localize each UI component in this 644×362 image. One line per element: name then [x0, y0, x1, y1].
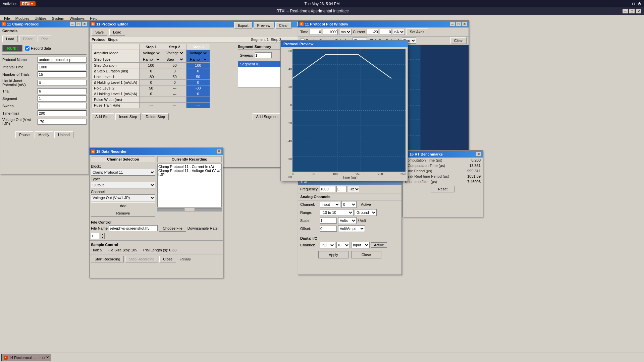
clamp-close[interactable]: ✕ — [82, 22, 87, 26]
clamp-field-input-7[interactable] — [38, 110, 87, 116]
pp-time-unit[interactable]: ms — [339, 29, 352, 35]
step-select-1-2[interactable]: Ramp — [189, 57, 208, 62]
period-input[interactable] — [336, 186, 346, 192]
run-button[interactable]: RUN!! — [2, 45, 22, 52]
rt-close[interactable]: ✕ — [476, 152, 481, 157]
rtxi-icon-top[interactable]: RTXI▼ — [20, 1, 36, 6]
export-button[interactable]: Export — [234, 22, 252, 29]
analog-active-button[interactable]: Active — [358, 202, 374, 207]
power-icon[interactable]: ⏻ — [638, 2, 641, 6]
set-axes-button[interactable]: Set Axes — [406, 28, 428, 35]
stop-recording-button[interactable]: Stop Recording — [125, 256, 158, 262]
downsample-up[interactable]: ▲ — [101, 233, 105, 236]
unload-button[interactable]: Unload — [54, 131, 73, 138]
downsample-down[interactable]: ▼ — [101, 236, 105, 239]
pp-current-to[interactable] — [380, 29, 391, 35]
choose-file-button[interactable]: Choose File — [159, 225, 186, 232]
dio-type-select[interactable]: I/O — [320, 242, 335, 248]
scale-unit-select[interactable]: Volts — [338, 217, 357, 224]
pp-current-unit[interactable]: nA — [393, 29, 405, 35]
pp-time-to[interactable] — [323, 29, 338, 35]
preview-button[interactable]: Preview — [254, 22, 274, 29]
delete-step-button[interactable]: Delete Step — [142, 113, 168, 120]
clamp-field-input-2[interactable] — [38, 71, 87, 77]
analog-channel-num-select[interactable]: 0 — [341, 201, 357, 208]
sweeps-input[interactable] — [255, 52, 272, 58]
offset-unit-select[interactable]: Volt/Amps — [338, 225, 365, 232]
record-data-checkbox[interactable] — [25, 46, 30, 51]
start-recording-button[interactable]: Start Recording — [91, 256, 124, 262]
offset-input[interactable] — [320, 226, 337, 232]
add-channel-button[interactable]: Add — [91, 202, 155, 209]
step-label-0: Amplifier Mode — [92, 50, 140, 56]
add-step-button[interactable]: Add Step — [92, 113, 114, 120]
clamp-field-input-6[interactable] — [38, 103, 87, 109]
clamp-minimize[interactable]: ─ — [70, 22, 75, 26]
pp-maximize[interactable]: □ — [456, 22, 461, 26]
taskbar-maximize-icon[interactable]: □ — [42, 356, 45, 360]
scale-label: Scale: — [300, 219, 319, 223]
taskbar-close-icon[interactable]: ✕ — [46, 355, 49, 360]
step-select-1-0[interactable]: Ramp — [142, 57, 161, 62]
clamp-protocol-titlebar: R 11 Clamp Protocol ─ □ ✕ — [0, 21, 89, 27]
clamp-field-input-3[interactable] — [38, 80, 87, 86]
pp-time-from[interactable] — [310, 29, 321, 35]
block-select[interactable]: Clamp Protocol 11 — [91, 169, 155, 176]
taskbar-rtxi-icon[interactable]: R 14 Reciprocal ... ─ □ ✕ — [1, 354, 51, 361]
taskbar-minimize-icon[interactable]: ─ — [38, 356, 41, 360]
dr-close-x[interactable]: ✕ — [216, 149, 222, 154]
editor-button[interactable]: Editor — [19, 36, 36, 42]
type-select[interactable]: Output — [91, 182, 155, 188]
dr-close-button[interactable]: Close — [159, 256, 176, 262]
remove-channel-button[interactable]: Remove — [91, 210, 155, 217]
freq-unit-select[interactable]: Hz — [348, 186, 360, 192]
pe-clear-button[interactable]: Clear — [275, 22, 291, 29]
frequency-input[interactable] — [320, 186, 335, 192]
pause-button[interactable]: Pause — [15, 131, 33, 138]
step-select-1-1[interactable]: Step — [165, 57, 184, 62]
channel-select-dr[interactable]: Voltage Out (V w/ LJP) — [91, 194, 155, 201]
pp-close[interactable]: ✕ — [462, 22, 467, 26]
pe-save-button[interactable]: Save — [92, 29, 107, 36]
clamp-field-input-5[interactable] — [38, 96, 87, 102]
clamp-field-input-8[interactable] — [38, 119, 87, 125]
app-close[interactable]: ✕ — [636, 9, 641, 13]
add-segment-button[interactable]: Add Segment — [253, 113, 282, 120]
clamp-field-input-0[interactable] — [38, 57, 87, 63]
app-minimize[interactable]: ─ — [623, 9, 628, 13]
step-select-0-1[interactable]: Voltage — [165, 51, 184, 55]
range-select[interactable]: -10 to 10 — [320, 209, 354, 216]
step-select-0-0[interactable]: Voltage — [142, 51, 161, 55]
scale-input[interactable] — [320, 218, 337, 224]
activities-label[interactable]: Activities — [3, 2, 17, 6]
record-data-label[interactable]: Record data — [25, 46, 51, 51]
plot-button[interactable]: Plot — [38, 36, 51, 42]
dio-direction-select[interactable]: Input — [351, 242, 370, 248]
clamp-field-input-1[interactable] — [38, 64, 87, 70]
step-cell-5-1: 0 — [163, 80, 186, 85]
range-unit-select[interactable]: Ground — [355, 209, 377, 216]
recording-scrollbar[interactable] — [157, 207, 222, 212]
step-cell-8-2: --- — [186, 97, 210, 103]
modify-button[interactable]: Modify — [35, 131, 53, 138]
pp-clear-button[interactable]: Clear — [450, 37, 467, 44]
prev-y-0: 0 — [290, 103, 292, 107]
clamp-field-input-4[interactable] — [38, 88, 87, 94]
insert-step-button[interactable]: Insert Step — [115, 113, 141, 120]
apply-button[interactable]: Apply — [318, 251, 348, 258]
pp-minimize[interactable]: ─ — [450, 22, 455, 26]
downsample-input[interactable] — [91, 233, 99, 239]
load-button[interactable]: Load — [2, 36, 18, 42]
clamp-maximize[interactable]: □ — [76, 22, 81, 26]
reset-button[interactable]: Reset — [431, 186, 455, 192]
file-name-input[interactable] — [109, 225, 158, 231]
app-maximize[interactable]: □ — [629, 9, 635, 13]
pe-load-button[interactable]: Load — [109, 29, 125, 36]
analog-channel-type-select[interactable]: Input — [320, 201, 340, 208]
pp-current-from[interactable] — [367, 29, 378, 35]
minimize-system[interactable]: ⊟ — [632, 2, 635, 6]
step-select-0-2[interactable]: Voltage — [189, 51, 208, 55]
analog-close-button[interactable]: Close — [351, 251, 381, 258]
dio-active-button[interactable]: Active — [371, 242, 387, 248]
dio-num-select[interactable]: 0 — [336, 242, 350, 248]
